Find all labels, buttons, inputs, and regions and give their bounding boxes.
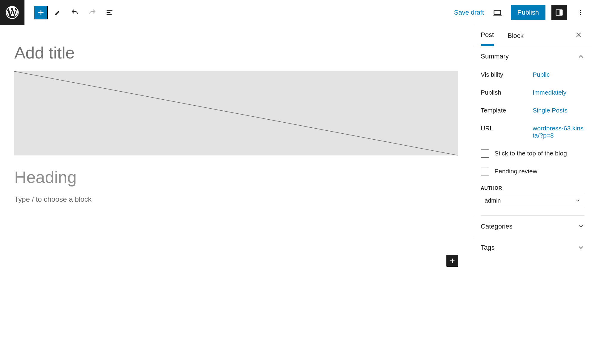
author-label: AUTHOR xyxy=(481,180,584,191)
row-template: Template Single Posts xyxy=(481,101,584,119)
save-draft-button[interactable]: Save draft xyxy=(454,9,484,16)
tab-post[interactable]: Post xyxy=(481,25,494,46)
sidebar-tabs: Post Block xyxy=(473,25,592,46)
url-label: URL xyxy=(481,125,533,139)
wordpress-logo[interactable] xyxy=(0,0,24,25)
close-sidebar-button[interactable] xyxy=(573,29,584,42)
preview-button[interactable] xyxy=(490,5,505,20)
row-visibility: Visibility Public xyxy=(481,66,584,84)
post-title-input[interactable] xyxy=(14,37,458,71)
svg-rect-1 xyxy=(494,10,501,14)
add-block-button[interactable] xyxy=(34,6,48,19)
settings-sidebar: Post Block Summary Visibility Public xyxy=(473,25,592,364)
editor-top-toolbar: Save draft Publish xyxy=(0,0,592,25)
chevron-down-icon xyxy=(575,198,580,203)
settings-sidebar-toggle[interactable] xyxy=(551,5,567,20)
template-value[interactable]: Single Posts xyxy=(533,107,584,114)
pencil-icon xyxy=(54,9,61,16)
chevron-down-icon xyxy=(578,244,584,251)
toolbar-right-group: Save draft Publish xyxy=(454,5,592,20)
chevron-up-icon xyxy=(578,53,584,60)
panel-categories-toggle[interactable]: Categories xyxy=(473,216,592,237)
inline-add-block-button[interactable] xyxy=(446,255,458,267)
template-label: Template xyxy=(481,107,533,114)
panel-summary-title: Summary xyxy=(481,53,509,60)
svg-point-6 xyxy=(580,14,581,15)
document-overview-button[interactable] xyxy=(102,5,117,20)
wordpress-icon xyxy=(6,6,19,19)
plus-icon xyxy=(449,257,456,264)
tools-button[interactable] xyxy=(50,5,65,20)
device-desktop-icon xyxy=(493,8,502,17)
list-icon xyxy=(106,9,113,16)
heading-block-placeholder[interactable]: Heading xyxy=(14,155,458,195)
sticky-checkbox[interactable] xyxy=(481,149,489,158)
row-url: URL wordpress-63.kinsta/?p=8 xyxy=(481,119,584,144)
panel-summary-toggle[interactable]: Summary xyxy=(481,46,584,66)
panel-summary: Summary Visibility Public Publish Immedi… xyxy=(473,46,592,216)
row-pending: Pending review xyxy=(481,162,584,180)
author-select[interactable]: admin xyxy=(481,194,584,207)
redo-button[interactable] xyxy=(85,5,100,20)
svg-line-7 xyxy=(14,71,458,155)
svg-point-4 xyxy=(580,10,581,11)
url-value[interactable]: wordpress-63.kinsta/?p=8 xyxy=(533,125,584,139)
svg-point-5 xyxy=(580,12,581,13)
undo-button[interactable] xyxy=(67,5,82,20)
redo-icon xyxy=(88,8,96,17)
sidebar-icon xyxy=(555,8,563,17)
toolbar-left-group xyxy=(24,5,117,20)
sticky-label: Stick to the top of the blog xyxy=(494,150,567,157)
publish-value[interactable]: Immediately xyxy=(533,89,584,96)
kebab-icon xyxy=(577,9,584,16)
undo-icon xyxy=(71,8,79,17)
tab-block[interactable]: Block xyxy=(508,26,524,45)
row-publish: Publish Immediately xyxy=(481,84,584,101)
plus-icon xyxy=(37,9,45,16)
svg-rect-3 xyxy=(559,10,562,15)
paragraph-block-placeholder[interactable]: Type / to choose a block xyxy=(14,195,458,203)
image-block-placeholder[interactable] xyxy=(14,71,458,155)
panel-categories-title: Categories xyxy=(481,223,512,230)
panel-tags-title: Tags xyxy=(481,244,494,252)
visibility-value[interactable]: Public xyxy=(533,71,584,78)
close-icon xyxy=(575,32,582,38)
options-menu-button[interactable] xyxy=(573,5,588,20)
publish-button[interactable]: Publish xyxy=(511,5,545,20)
row-sticky: Stick to the top of the blog xyxy=(481,144,584,162)
visibility-label: Visibility xyxy=(481,71,533,78)
pending-checkbox[interactable] xyxy=(481,167,489,175)
chevron-down-icon xyxy=(578,223,584,230)
pending-label: Pending review xyxy=(494,168,537,175)
panel-tags-toggle[interactable]: Tags xyxy=(473,237,592,258)
publish-label: Publish xyxy=(481,89,533,96)
image-placeholder-icon xyxy=(14,71,458,155)
editor-canvas: Heading Type / to choose a block xyxy=(0,25,473,364)
author-value: admin xyxy=(485,197,501,204)
